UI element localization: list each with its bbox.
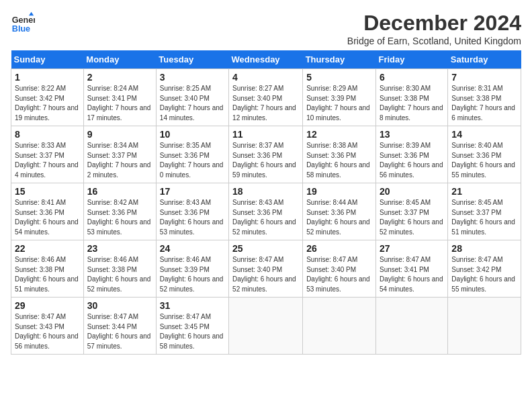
calendar-cell: 6Sunrise: 8:30 AMSunset: 3:38 PMDaylight… xyxy=(375,69,447,126)
day-info: Sunrise: 8:41 AMSunset: 3:36 PMDaylight:… xyxy=(15,198,80,237)
day-info: Sunrise: 8:39 AMSunset: 3:36 PMDaylight:… xyxy=(380,141,444,180)
day-info: Sunrise: 8:47 AMSunset: 3:43 PMDaylight:… xyxy=(15,312,80,351)
day-info: Sunrise: 8:46 AMSunset: 3:38 PMDaylight:… xyxy=(15,255,80,294)
day-number: 12 xyxy=(306,129,372,140)
day-info: Sunrise: 8:43 AMSunset: 3:36 PMDaylight:… xyxy=(160,198,225,237)
calendar-cell: 24Sunrise: 8:46 AMSunset: 3:39 PMDayligh… xyxy=(156,240,228,298)
day-info: Sunrise: 8:46 AMSunset: 3:39 PMDaylight:… xyxy=(160,255,225,294)
day-number: 7 xyxy=(451,72,517,83)
day-info: Sunrise: 8:24 AMSunset: 3:41 PMDaylight:… xyxy=(87,84,152,123)
calendar-week-1: 8Sunrise: 8:33 AMSunset: 3:37 PMDaylight… xyxy=(11,126,521,183)
day-info: Sunrise: 8:27 AMSunset: 3:40 PMDaylight:… xyxy=(232,84,299,123)
day-info: Sunrise: 8:47 AMSunset: 3:41 PMDaylight:… xyxy=(380,255,444,294)
day-info: Sunrise: 8:30 AMSunset: 3:38 PMDaylight:… xyxy=(380,84,444,123)
day-number: 29 xyxy=(15,300,80,311)
calendar-cell: 9Sunrise: 8:34 AMSunset: 3:37 PMDaylight… xyxy=(83,126,156,183)
calendar-cell: 19Sunrise: 8:44 AMSunset: 3:36 PMDayligh… xyxy=(303,183,376,240)
day-info: Sunrise: 8:45 AMSunset: 3:37 PMDaylight:… xyxy=(380,198,444,237)
col-header-wednesday: Wednesday xyxy=(229,50,303,69)
day-info: Sunrise: 8:47 AMSunset: 3:40 PMDaylight:… xyxy=(232,255,299,294)
day-number: 25 xyxy=(232,243,299,254)
calendar-cell: 12Sunrise: 8:38 AMSunset: 3:36 PMDayligh… xyxy=(303,126,376,183)
calendar-cell: 4Sunrise: 8:27 AMSunset: 3:40 PMDaylight… xyxy=(229,69,303,126)
day-number: 9 xyxy=(87,129,152,140)
svg-text:Blue: Blue xyxy=(12,24,30,34)
col-header-saturday: Saturday xyxy=(448,50,521,69)
day-number: 1 xyxy=(15,72,80,83)
calendar-cell: 3Sunrise: 8:25 AMSunset: 3:40 PMDaylight… xyxy=(156,69,228,126)
day-number: 16 xyxy=(87,186,152,197)
day-info: Sunrise: 8:45 AMSunset: 3:37 PMDaylight:… xyxy=(451,198,517,237)
day-number: 10 xyxy=(160,129,225,140)
day-number: 26 xyxy=(306,243,372,254)
calendar-cell: 31Sunrise: 8:47 AMSunset: 3:45 PMDayligh… xyxy=(156,298,228,355)
day-number: 20 xyxy=(380,186,444,197)
calendar-cell: 28Sunrise: 8:47 AMSunset: 3:42 PMDayligh… xyxy=(448,240,521,298)
day-info: Sunrise: 8:31 AMSunset: 3:38 PMDaylight:… xyxy=(451,84,517,123)
day-number: 28 xyxy=(451,243,517,254)
calendar-cell: 16Sunrise: 8:42 AMSunset: 3:36 PMDayligh… xyxy=(83,183,156,240)
logo: General Blue xyxy=(11,11,35,35)
page-header: General Blue December 2024 Bridge of Ear… xyxy=(11,11,521,46)
calendar-cell: 10Sunrise: 8:35 AMSunset: 3:36 PMDayligh… xyxy=(156,126,228,183)
calendar-cell: 7Sunrise: 8:31 AMSunset: 3:38 PMDaylight… xyxy=(448,69,521,126)
calendar-cell: 15Sunrise: 8:41 AMSunset: 3:36 PMDayligh… xyxy=(11,183,84,240)
calendar-cell: 30Sunrise: 8:47 AMSunset: 3:44 PMDayligh… xyxy=(83,298,156,355)
calendar-cell: 1Sunrise: 8:22 AMSunset: 3:42 PMDaylight… xyxy=(11,69,84,126)
day-number: 5 xyxy=(306,72,372,83)
col-header-tuesday: Tuesday xyxy=(156,50,228,69)
day-number: 8 xyxy=(15,129,80,140)
day-info: Sunrise: 8:47 AMSunset: 3:42 PMDaylight:… xyxy=(451,255,517,294)
calendar-cell xyxy=(448,298,521,355)
day-number: 15 xyxy=(15,186,80,197)
calendar-cell: 2Sunrise: 8:24 AMSunset: 3:41 PMDaylight… xyxy=(83,69,156,126)
calendar-cell: 20Sunrise: 8:45 AMSunset: 3:37 PMDayligh… xyxy=(375,183,447,240)
calendar-cell: 11Sunrise: 8:37 AMSunset: 3:36 PMDayligh… xyxy=(229,126,303,183)
col-header-thursday: Thursday xyxy=(303,50,376,69)
calendar-cell: 21Sunrise: 8:45 AMSunset: 3:37 PMDayligh… xyxy=(448,183,521,240)
calendar-cell: 25Sunrise: 8:47 AMSunset: 3:40 PMDayligh… xyxy=(229,240,303,298)
logo-icon: General Blue xyxy=(11,11,35,35)
day-info: Sunrise: 8:37 AMSunset: 3:36 PMDaylight:… xyxy=(232,141,299,180)
calendar-cell: 13Sunrise: 8:39 AMSunset: 3:36 PMDayligh… xyxy=(375,126,447,183)
day-number: 21 xyxy=(451,186,517,197)
day-info: Sunrise: 8:29 AMSunset: 3:39 PMDaylight:… xyxy=(306,84,372,123)
day-number: 27 xyxy=(380,243,444,254)
calendar-cell: 29Sunrise: 8:47 AMSunset: 3:43 PMDayligh… xyxy=(11,298,84,355)
day-number: 19 xyxy=(306,186,372,197)
day-number: 22 xyxy=(15,243,80,254)
day-info: Sunrise: 8:47 AMSunset: 3:44 PMDaylight:… xyxy=(87,312,152,351)
col-header-friday: Friday xyxy=(375,50,447,69)
month-title: December 2024 xyxy=(347,11,521,36)
calendar-cell: 14Sunrise: 8:40 AMSunset: 3:36 PMDayligh… xyxy=(448,126,521,183)
calendar-week-4: 29Sunrise: 8:47 AMSunset: 3:43 PMDayligh… xyxy=(11,298,521,355)
col-header-monday: Monday xyxy=(83,50,156,69)
calendar-cell: 17Sunrise: 8:43 AMSunset: 3:36 PMDayligh… xyxy=(156,183,228,240)
day-info: Sunrise: 8:22 AMSunset: 3:42 PMDaylight:… xyxy=(15,84,80,123)
day-number: 11 xyxy=(232,129,299,140)
day-info: Sunrise: 8:34 AMSunset: 3:37 PMDaylight:… xyxy=(87,141,152,180)
day-info: Sunrise: 8:46 AMSunset: 3:38 PMDaylight:… xyxy=(87,255,152,294)
day-info: Sunrise: 8:35 AMSunset: 3:36 PMDaylight:… xyxy=(160,141,225,180)
day-info: Sunrise: 8:47 AMSunset: 3:40 PMDaylight:… xyxy=(306,255,372,294)
calendar-week-2: 15Sunrise: 8:41 AMSunset: 3:36 PMDayligh… xyxy=(11,183,521,240)
calendar-cell: 5Sunrise: 8:29 AMSunset: 3:39 PMDaylight… xyxy=(303,69,376,126)
day-info: Sunrise: 8:44 AMSunset: 3:36 PMDaylight:… xyxy=(306,198,372,237)
calendar-cell: 23Sunrise: 8:46 AMSunset: 3:38 PMDayligh… xyxy=(83,240,156,298)
calendar-cell: 22Sunrise: 8:46 AMSunset: 3:38 PMDayligh… xyxy=(11,240,84,298)
day-number: 31 xyxy=(160,300,225,311)
calendar-cell: 26Sunrise: 8:47 AMSunset: 3:40 PMDayligh… xyxy=(303,240,376,298)
day-number: 6 xyxy=(380,72,444,83)
day-info: Sunrise: 8:47 AMSunset: 3:45 PMDaylight:… xyxy=(160,312,225,351)
day-number: 24 xyxy=(160,243,225,254)
calendar-cell: 18Sunrise: 8:43 AMSunset: 3:36 PMDayligh… xyxy=(229,183,303,240)
calendar-week-3: 22Sunrise: 8:46 AMSunset: 3:38 PMDayligh… xyxy=(11,240,521,298)
day-number: 30 xyxy=(87,300,152,311)
day-number: 13 xyxy=(380,129,444,140)
day-number: 4 xyxy=(232,72,299,83)
day-info: Sunrise: 8:42 AMSunset: 3:36 PMDaylight:… xyxy=(87,198,152,237)
calendar-cell: 27Sunrise: 8:47 AMSunset: 3:41 PMDayligh… xyxy=(375,240,447,298)
calendar-header-row: SundayMondayTuesdayWednesdayThursdayFrid… xyxy=(11,50,521,69)
day-number: 2 xyxy=(87,72,152,83)
day-number: 3 xyxy=(160,72,225,83)
